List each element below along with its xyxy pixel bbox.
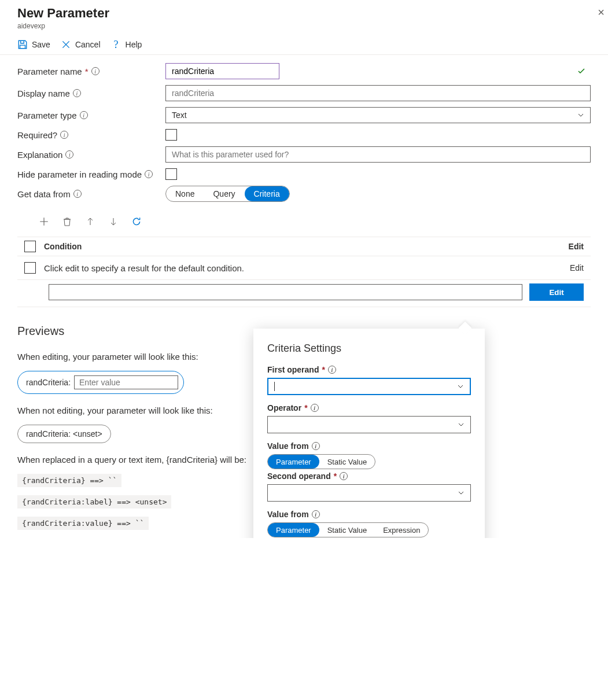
info-icon[interactable] bbox=[91, 67, 100, 75]
add-icon[interactable] bbox=[38, 216, 50, 227]
value-from-2-group: Parameter Static Value Expression bbox=[267, 522, 429, 537]
info-icon[interactable] bbox=[311, 404, 319, 412]
get-data-from-group: None Query Criteria bbox=[165, 186, 290, 202]
value-from-1-label: Value from bbox=[267, 441, 471, 451]
get-data-from-label: Get data from bbox=[17, 189, 165, 199]
criteria-settings-popup: Criteria Settings First operand* Operato… bbox=[253, 329, 485, 538]
info-icon[interactable] bbox=[312, 442, 320, 450]
display-name-input[interactable] bbox=[165, 85, 591, 101]
parameter-name-label: Parameter name* bbox=[17, 67, 165, 76]
svg-text:?: ? bbox=[113, 39, 118, 50]
help-icon: ? bbox=[111, 39, 121, 50]
operator-label: Operator* bbox=[267, 403, 471, 412]
required-checkbox[interactable] bbox=[165, 129, 177, 141]
value-from-2-label: Value from bbox=[267, 510, 471, 519]
preview-editing-pill: randCriteria: bbox=[17, 371, 184, 394]
condition-column: Condition bbox=[44, 242, 82, 251]
second-operand-label: Second operand* bbox=[267, 471, 471, 481]
required-label: Required? bbox=[17, 130, 165, 140]
delete-icon[interactable] bbox=[61, 216, 73, 227]
info-icon[interactable] bbox=[312, 510, 320, 518]
save-button[interactable]: Save bbox=[17, 39, 50, 50]
hide-reading-label: Hide parameter in reading mode bbox=[17, 170, 165, 179]
first-operand-label: First operand* bbox=[267, 365, 471, 374]
display-name-label: Display name bbox=[17, 89, 165, 98]
move-down-icon[interactable] bbox=[108, 216, 119, 227]
parameter-type-select[interactable]: Text bbox=[165, 107, 591, 123]
close-panel-icon[interactable]: × bbox=[598, 6, 605, 19]
explanation-input[interactable] bbox=[165, 146, 591, 163]
info-icon[interactable] bbox=[80, 111, 88, 119]
select-all-checkbox[interactable] bbox=[24, 241, 36, 252]
refresh-icon[interactable] bbox=[131, 216, 142, 227]
second-operand-select[interactable] bbox=[267, 484, 471, 502]
info-icon[interactable] bbox=[60, 131, 68, 139]
move-up-icon[interactable] bbox=[84, 216, 96, 227]
value-from-static[interactable]: Static Value bbox=[319, 455, 375, 469]
data-source-none[interactable]: None bbox=[166, 186, 204, 201]
check-icon bbox=[577, 67, 586, 76]
row-checkbox[interactable] bbox=[24, 262, 36, 274]
data-source-criteria[interactable]: Criteria bbox=[245, 186, 289, 201]
operator-select[interactable] bbox=[267, 416, 471, 433]
panel-title: New Parameter bbox=[17, 6, 591, 21]
parameter-type-label: Parameter type bbox=[17, 110, 165, 120]
info-icon[interactable] bbox=[340, 472, 348, 480]
chevron-down-icon bbox=[458, 489, 465, 496]
preview-notediting-pill: randCriteria: <unset> bbox=[17, 425, 111, 443]
preview-input[interactable] bbox=[74, 375, 178, 389]
chevron-down-icon bbox=[458, 421, 465, 428]
edit-button[interactable]: Edit bbox=[529, 283, 584, 301]
value-from-parameter[interactable]: Parameter bbox=[268, 455, 319, 469]
save-icon bbox=[17, 39, 28, 50]
help-label: Help bbox=[126, 40, 142, 49]
value-from2-parameter[interactable]: Parameter bbox=[268, 523, 319, 537]
hide-reading-checkbox[interactable] bbox=[165, 168, 177, 180]
save-label: Save bbox=[32, 40, 50, 49]
default-condition-text: Click edit to specify a result for the d… bbox=[44, 263, 244, 273]
info-icon[interactable] bbox=[73, 89, 81, 97]
code-sample-3: {randCriteria:value} ==> `` bbox=[17, 517, 149, 530]
chevron-down-icon bbox=[577, 112, 584, 119]
info-icon[interactable] bbox=[145, 170, 153, 178]
edit-column: Edit bbox=[569, 242, 584, 251]
first-operand-select[interactable] bbox=[267, 378, 471, 395]
parameter-name-input[interactable] bbox=[165, 63, 279, 79]
cancel-button[interactable]: Cancel bbox=[61, 39, 101, 50]
value-from-1-group: Parameter Static Value bbox=[267, 454, 375, 469]
condition-value-input[interactable] bbox=[49, 284, 522, 300]
info-icon[interactable] bbox=[73, 190, 82, 198]
chevron-down-icon bbox=[457, 383, 464, 390]
explanation-label: Explanation bbox=[17, 150, 165, 160]
info-icon[interactable] bbox=[328, 366, 336, 374]
help-button[interactable]: ? Help bbox=[111, 39, 142, 50]
info-icon[interactable] bbox=[65, 150, 73, 159]
value-from2-expression[interactable]: Expression bbox=[375, 523, 428, 537]
value-from2-static[interactable]: Static Value bbox=[319, 523, 375, 537]
code-sample-2: {randCriteria:label} ==> <unset> bbox=[17, 495, 171, 509]
panel-subtitle: aidevexp bbox=[17, 22, 591, 30]
edit-link[interactable]: Edit bbox=[570, 263, 584, 272]
popup-title: Criteria Settings bbox=[267, 342, 471, 355]
data-source-query[interactable]: Query bbox=[204, 186, 244, 201]
cancel-label: Cancel bbox=[75, 40, 101, 49]
code-sample-1: {randCriteria} ==> `` bbox=[17, 474, 121, 487]
cancel-icon bbox=[61, 39, 71, 50]
